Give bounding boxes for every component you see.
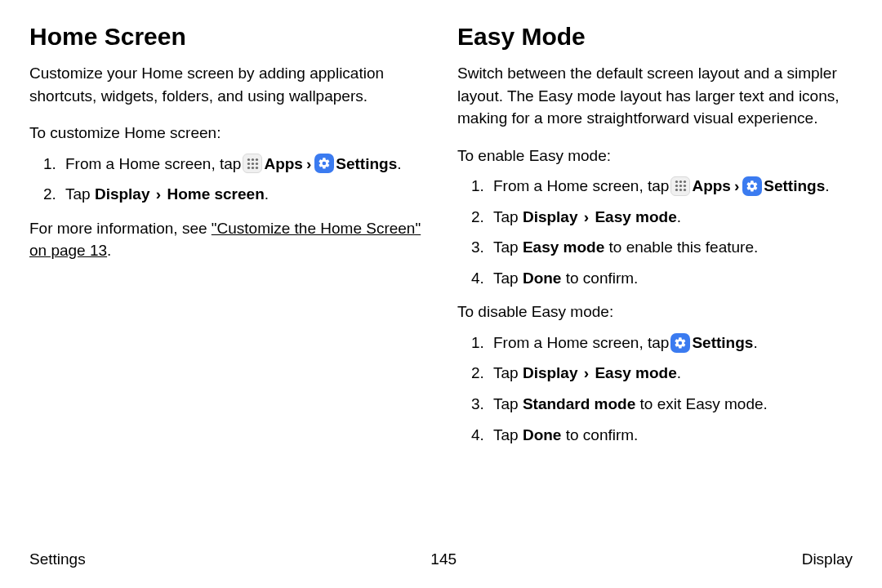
step-text: to confirm. <box>561 270 638 287</box>
step-4: Tap Done to confirm. <box>488 424 853 447</box>
settings-icon <box>742 176 762 196</box>
easy-mode-label: Easy mode <box>595 208 676 225</box>
step-text: Tap <box>493 238 523 256</box>
column-home-screen: Home Screen Customize your Home screen b… <box>29 23 425 457</box>
step-text: From a Home screen, tap <box>493 332 669 354</box>
easy-mode-label: Easy mode <box>595 364 676 381</box>
done-label: Done <box>523 270 562 287</box>
steps-disable: From a Home screen, tap Settings. Tap Di… <box>457 332 853 446</box>
page-footer: Settings 145 Display <box>29 550 853 568</box>
lead-customize: To customize Home screen: <box>29 122 425 145</box>
step-1: From a Home screen, tap Settings. <box>488 332 853 354</box>
display-label: Display <box>523 208 578 225</box>
step-1: From a Home screen, tap Apps › Settings. <box>60 153 425 176</box>
period: . <box>265 185 269 203</box>
period: . <box>107 242 111 259</box>
step-2: Tap Display › Easy mode. <box>488 362 853 385</box>
apps-icon <box>670 176 690 196</box>
step-2: Tap Display › Home screen. <box>60 183 425 206</box>
step-4: Tap Done to confirm. <box>488 267 853 290</box>
period: . <box>677 208 681 225</box>
period: . <box>825 177 829 194</box>
step-text: Tap <box>493 426 523 443</box>
step-text: Tap <box>493 364 523 381</box>
period: . <box>677 364 681 381</box>
lead-enable: To enable Easy mode: <box>457 145 853 167</box>
svg-point-4 <box>252 163 254 165</box>
step-text: Tap <box>493 395 523 412</box>
svg-point-1 <box>252 158 254 161</box>
step-text: to exit Easy mode. <box>635 395 768 412</box>
display-label: Display <box>523 364 578 381</box>
settings-icon <box>314 154 334 173</box>
apps-label: Apps <box>692 175 731 198</box>
svg-point-10 <box>679 180 682 183</box>
svg-point-14 <box>684 185 686 187</box>
svg-point-12 <box>675 185 678 187</box>
step-1: From a Home screen, tap Apps › Settings. <box>488 175 853 198</box>
svg-point-6 <box>247 167 250 169</box>
svg-point-16 <box>679 189 682 191</box>
step-text: Tap <box>65 185 95 203</box>
step-text: to enable this feature. <box>604 238 758 256</box>
step-text: Tap <box>493 270 523 287</box>
chevron-right-icon: › <box>305 153 313 176</box>
step-3: Tap Standard mode to exit Easy mode. <box>488 393 853 416</box>
footer-right: Display <box>802 550 853 568</box>
intro-easy-mode: Switch between the default screen layout… <box>457 62 853 130</box>
steps-enable: From a Home screen, tap Apps › Settings.… <box>457 175 853 289</box>
settings-label: Settings <box>764 177 825 194</box>
settings-label: Settings <box>692 334 753 351</box>
svg-point-9 <box>675 180 678 183</box>
svg-point-0 <box>247 158 250 161</box>
svg-point-13 <box>679 185 682 187</box>
step-text: to confirm. <box>561 426 638 443</box>
column-easy-mode: Easy Mode Switch between the default scr… <box>457 23 853 457</box>
more-info: For more information, see "Customize the… <box>29 217 425 262</box>
svg-point-2 <box>256 158 258 161</box>
svg-point-15 <box>675 189 678 191</box>
step-text: Tap <box>493 208 523 225</box>
heading-home-screen: Home Screen <box>29 23 425 51</box>
step-text: From a Home screen, tap <box>65 153 241 176</box>
svg-point-8 <box>256 167 258 169</box>
apps-label: Apps <box>264 153 303 176</box>
svg-point-11 <box>684 180 686 183</box>
home-screen-label: Home screen <box>167 185 264 203</box>
chevron-right-icon: › <box>154 185 163 203</box>
intro-home-screen: Customize your Home screen by adding app… <box>29 62 425 107</box>
done-label: Done <box>523 426 562 443</box>
settings-icon <box>670 333 690 353</box>
chevron-right-icon: › <box>582 208 590 225</box>
step-3: Tap Easy mode to enable this feature. <box>488 236 853 259</box>
lead-disable: To disable Easy mode: <box>457 301 853 323</box>
standard-mode-label: Standard mode <box>523 395 635 412</box>
svg-point-5 <box>256 163 258 165</box>
period: . <box>753 334 757 351</box>
footer-page-number: 145 <box>430 550 457 568</box>
apps-icon <box>243 154 262 173</box>
steps-customize: From a Home screen, tap Apps › Settings.… <box>29 153 425 206</box>
settings-label: Settings <box>336 155 397 172</box>
easy-mode-label: Easy mode <box>523 238 604 256</box>
footer-left: Settings <box>29 550 86 568</box>
more-info-text: For more information, see <box>29 220 212 237</box>
display-label: Display <box>95 185 150 203</box>
chevron-right-icon: › <box>733 175 741 198</box>
chevron-right-icon: › <box>582 364 590 381</box>
svg-point-17 <box>684 189 686 191</box>
heading-easy-mode: Easy Mode <box>457 23 853 51</box>
svg-point-3 <box>247 163 250 165</box>
step-2: Tap Display › Easy mode. <box>488 206 853 229</box>
period: . <box>397 155 401 172</box>
svg-point-7 <box>252 167 254 169</box>
step-text: From a Home screen, tap <box>493 175 669 198</box>
